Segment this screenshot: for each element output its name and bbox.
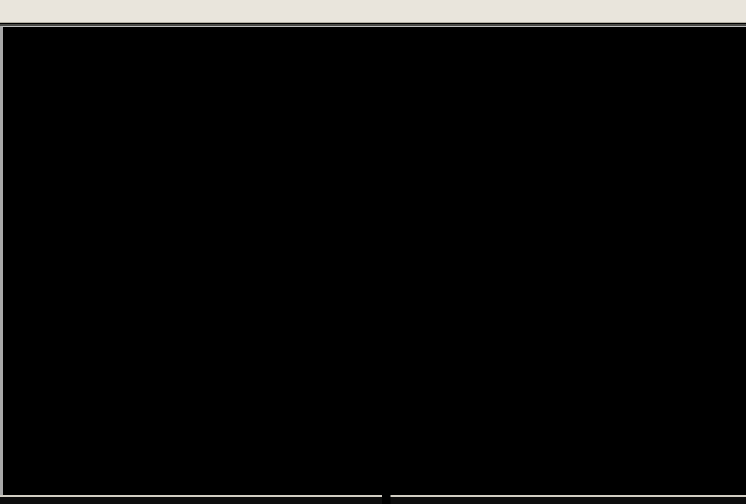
chart-title[interactable]	[8, 30, 13, 42]
metatrader-window	[0, 0, 746, 504]
timeframe-toolbar	[0, 0, 746, 23]
candlestick-chart[interactable]	[3, 27, 746, 479]
window-bottom-edge	[0, 495, 746, 504]
chart-window	[0, 26, 746, 504]
x-axis	[0, 477, 746, 493]
